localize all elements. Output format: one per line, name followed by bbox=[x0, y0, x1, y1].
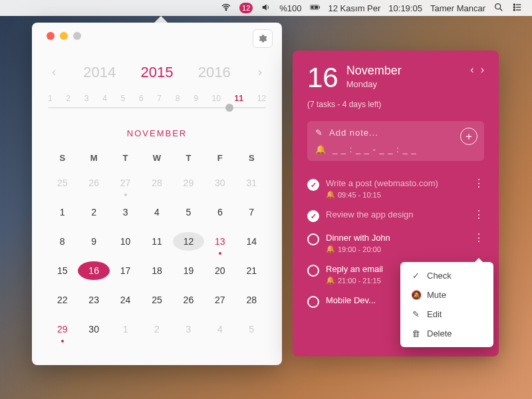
day-cell[interactable]: 15 bbox=[47, 261, 78, 280]
year-current[interactable]: 2015 bbox=[141, 64, 174, 81]
day-cell[interactable]: 21 bbox=[236, 261, 267, 280]
month-1[interactable]: 1 bbox=[48, 94, 53, 103]
task-checkbox[interactable] bbox=[307, 233, 319, 245]
day-cell[interactable]: 9 bbox=[78, 232, 109, 251]
add-time-input[interactable]: _ _ : _ _ - _ _ : _ _ bbox=[332, 144, 417, 154]
pencil-icon: ✎ bbox=[315, 128, 323, 138]
day-cell[interactable]: 19 bbox=[173, 261, 204, 280]
task-more-button[interactable]: ⋮ bbox=[473, 233, 484, 243]
day-cell[interactable]: 26 bbox=[173, 291, 204, 309]
day-cell[interactable]: 29 bbox=[47, 320, 78, 338]
close-button[interactable] bbox=[47, 32, 55, 40]
menu-item-label: Delete bbox=[427, 329, 452, 338]
task-checkbox[interactable] bbox=[307, 179, 319, 191]
year-next-button[interactable]: › bbox=[255, 63, 265, 82]
weekday-label: S bbox=[47, 153, 78, 163]
notification-badge[interactable]: 12 bbox=[239, 3, 253, 13]
day-cell[interactable]: 1 bbox=[47, 203, 78, 221]
month-7[interactable]: 7 bbox=[157, 94, 162, 103]
month-11[interactable]: 11 bbox=[235, 94, 243, 103]
month-3[interactable]: 3 bbox=[84, 94, 89, 103]
volume-icon[interactable] bbox=[261, 2, 271, 15]
menu-item-edit[interactable]: ✎Edit bbox=[400, 305, 493, 324]
day-cell[interactable]: 4 bbox=[204, 320, 235, 338]
tasks-weekday: Monday bbox=[346, 79, 402, 89]
day-cell[interactable]: 28 bbox=[236, 291, 267, 309]
day-cell[interactable]: 30 bbox=[204, 174, 235, 192]
year-prev-button[interactable]: ‹ bbox=[49, 63, 59, 82]
menu-item-mute[interactable]: 🔕Mute bbox=[400, 285, 493, 305]
task-item: Review the app design⋮ bbox=[307, 204, 484, 227]
month-2[interactable]: 2 bbox=[66, 94, 70, 103]
menubar-user[interactable]: Tamer Mancar bbox=[430, 3, 485, 13]
month-6[interactable]: 6 bbox=[139, 94, 144, 103]
svg-rect-2 bbox=[319, 6, 319, 8]
day-cell[interactable]: 25 bbox=[141, 291, 172, 309]
month-9[interactable]: 9 bbox=[194, 94, 198, 103]
minimize-button[interactable] bbox=[60, 32, 68, 40]
day-cell[interactable]: 2 bbox=[78, 203, 109, 221]
task-item: Write a post (webmasto.com)🔔09:45 - 10:1… bbox=[307, 173, 484, 204]
day-cell[interactable]: 27 bbox=[204, 291, 235, 309]
day-cell[interactable]: 25 bbox=[47, 174, 78, 192]
menubar-date[interactable]: 12 Kasım Per bbox=[329, 3, 381, 13]
task-more-button[interactable]: ⋮ bbox=[473, 178, 484, 189]
task-checkbox[interactable] bbox=[307, 210, 319, 222]
menu-item-check[interactable]: ✓Check bbox=[400, 266, 493, 285]
day-cell[interactable]: 12 bbox=[173, 232, 204, 251]
year-prev[interactable]: 2014 bbox=[83, 64, 116, 81]
month-5[interactable]: 5 bbox=[121, 94, 126, 103]
day-cell[interactable]: 27 bbox=[110, 174, 141, 192]
month-slider-thumb[interactable] bbox=[225, 104, 233, 112]
task-more-button[interactable]: ⋮ bbox=[473, 209, 484, 220]
day-cell[interactable]: 26 bbox=[78, 174, 109, 192]
settings-button[interactable] bbox=[253, 29, 273, 48]
day-cell[interactable]: 20 bbox=[204, 261, 235, 280]
menu-item-label: Edit bbox=[427, 309, 442, 319]
day-cell[interactable]: 1 bbox=[110, 320, 141, 338]
year-next[interactable]: 2016 bbox=[198, 64, 231, 81]
day-cell[interactable]: 5 bbox=[236, 320, 267, 338]
day-cell[interactable]: 10 bbox=[110, 232, 141, 251]
day-cell[interactable]: 6 bbox=[204, 203, 235, 221]
zoom-button[interactable] bbox=[73, 32, 81, 40]
task-item: Dinner with John🔔19:00 - 20:00⋮ bbox=[307, 227, 484, 259]
month-slider[interactable]: 123456789101112 bbox=[47, 94, 267, 108]
day-cell[interactable]: 13 bbox=[204, 232, 235, 251]
spotlight-icon[interactable] bbox=[493, 2, 504, 15]
day-cell[interactable]: 16 bbox=[78, 261, 109, 280]
add-note-input[interactable]: Add note... bbox=[329, 128, 378, 138]
menu-item-label: Check bbox=[427, 271, 452, 281]
day-cell[interactable]: 28 bbox=[141, 174, 172, 192]
tasks-prev-day[interactable]: ‹ bbox=[470, 64, 473, 76]
day-cell[interactable]: 8 bbox=[47, 232, 78, 251]
day-cell[interactable]: 11 bbox=[141, 232, 172, 251]
day-cell[interactable]: 24 bbox=[110, 291, 141, 309]
day-cell[interactable]: 30 bbox=[78, 320, 109, 338]
wifi-icon[interactable] bbox=[221, 2, 231, 15]
list-icon[interactable] bbox=[512, 2, 523, 15]
day-cell[interactable]: 23 bbox=[78, 291, 109, 309]
month-8[interactable]: 8 bbox=[176, 94, 180, 103]
task-checkbox[interactable] bbox=[307, 265, 319, 277]
day-cell[interactable]: 29 bbox=[173, 174, 204, 192]
day-cell[interactable]: 3 bbox=[110, 203, 141, 221]
day-cell[interactable]: 7 bbox=[236, 203, 267, 221]
day-cell[interactable]: 5 bbox=[173, 203, 204, 221]
task-checkbox[interactable] bbox=[307, 296, 319, 308]
tasks-next-day[interactable]: › bbox=[481, 64, 484, 76]
day-cell[interactable]: 3 bbox=[173, 320, 204, 338]
day-cell[interactable]: 22 bbox=[47, 291, 78, 309]
day-cell[interactable]: 14 bbox=[236, 232, 267, 251]
day-cell[interactable]: 17 bbox=[110, 261, 141, 280]
add-task-button[interactable]: ＋ bbox=[460, 128, 477, 145]
month-10[interactable]: 10 bbox=[212, 94, 221, 103]
day-cell[interactable]: 31 bbox=[236, 174, 267, 192]
month-12[interactable]: 12 bbox=[257, 94, 266, 103]
menu-item-delete[interactable]: 🗑Delete bbox=[400, 324, 493, 343]
month-4[interactable]: 4 bbox=[102, 94, 107, 103]
day-cell[interactable]: 2 bbox=[141, 320, 172, 338]
day-cell[interactable]: 18 bbox=[141, 261, 172, 280]
day-cell[interactable]: 4 bbox=[141, 203, 172, 221]
menubar-time[interactable]: 10:19:05 bbox=[388, 3, 422, 13]
